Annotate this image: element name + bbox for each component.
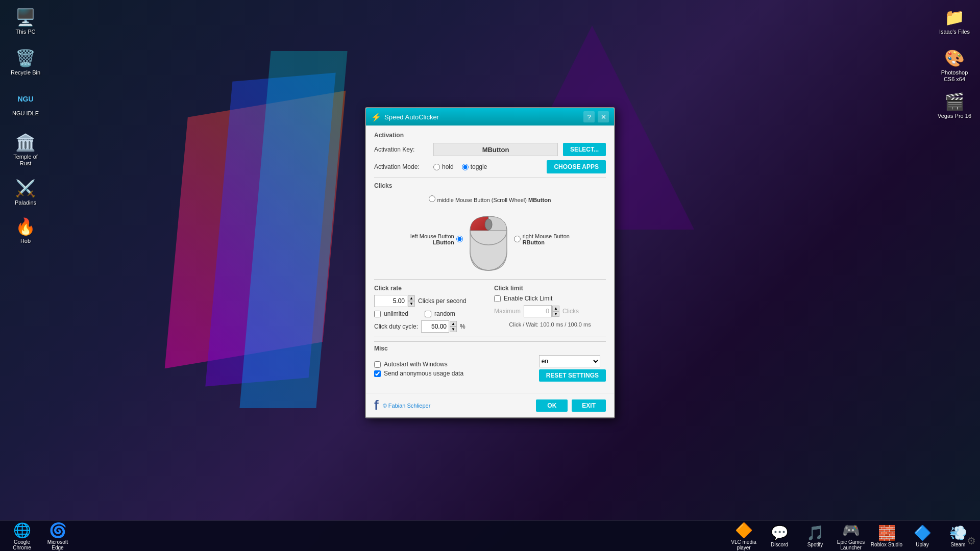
divider-2 xyxy=(374,279,606,280)
language-select[interactable]: en de fr xyxy=(539,355,600,367)
max-clicks-down[interactable]: ▼ xyxy=(552,311,559,317)
clicks-section: middle Mouse Button (Scroll Wheel) MButt… xyxy=(374,193,606,275)
max-label: Maximum xyxy=(494,308,521,315)
unlimited-checkbox[interactable] xyxy=(374,311,381,317)
right-mouse-label: right Mouse Button RButton xyxy=(523,233,570,245)
modal-controls: ? ✕ xyxy=(583,111,609,122)
duty-cycle-input[interactable] xyxy=(421,320,449,333)
activation-mode-row: Activation Mode: hold toggle CHOOSE APPS xyxy=(374,160,606,173)
misc-left: Autostart with Windows Send anonymous us… xyxy=(374,361,539,379)
rate-limit-section: Click rate ▲ ▼ Clicks per second xyxy=(374,285,606,333)
mode-hold-radio[interactable] xyxy=(433,164,440,170)
click-rate-section: Click rate ▲ ▼ Clicks per second xyxy=(374,285,486,333)
click-rate-title: Click rate xyxy=(374,285,486,292)
activation-section-title: Activation xyxy=(374,132,606,139)
misc-section: Misc Autostart with Windows Send anonymo… xyxy=(374,341,606,385)
duty-cycle-label: Click duty cycle: xyxy=(374,323,418,330)
clicks-label: Clicks xyxy=(562,308,579,315)
max-clicks-up[interactable]: ▲ xyxy=(552,306,559,311)
facebook-icon: f xyxy=(374,397,379,413)
left-mouse-label: left Mouse Button LButton xyxy=(410,233,454,245)
click-limit-title: Click limit xyxy=(494,285,606,292)
activation-key-value: MButton xyxy=(482,146,509,154)
activation-mode-label: Activation Mode: xyxy=(374,163,430,170)
desktop: 🖥️ This PC 🗑️ Recycle Bin NGU NGU IDLE 🏛… xyxy=(0,0,980,551)
ok-button[interactable]: OK xyxy=(536,399,568,412)
duty-cycle-down[interactable]: ▼ xyxy=(450,327,457,332)
click-rate-spinner: ▲ ▼ xyxy=(374,295,415,307)
duty-cycle-up[interactable]: ▲ xyxy=(450,321,457,327)
select-button[interactable]: SELECT... xyxy=(563,143,606,156)
duty-cycle-spinner-btns: ▲ ▼ xyxy=(450,321,457,332)
click-rate-up[interactable]: ▲ xyxy=(408,295,415,301)
svg-point-3 xyxy=(485,219,492,230)
enable-click-limit-row: Enable Click Limit xyxy=(494,295,606,302)
click-rate-down[interactable]: ▼ xyxy=(408,301,415,307)
mode-toggle-option[interactable]: toggle xyxy=(462,163,487,170)
anonymous-row: Send anonymous usage data xyxy=(374,370,539,377)
right-mouse-option: right Mouse Button RButton xyxy=(514,233,570,245)
footer-buttons: OK EXIT xyxy=(536,399,606,412)
activation-key-field: MButton xyxy=(433,143,558,156)
misc-title: Misc xyxy=(374,345,606,352)
footer-link[interactable]: © Fabian Schlieper xyxy=(383,403,431,409)
per-second-label: Clicks per second xyxy=(418,297,467,305)
click-rate-input[interactable] xyxy=(374,295,407,307)
right-mouse-radio[interactable] xyxy=(514,236,521,242)
middle-mouse-radio[interactable] xyxy=(429,195,435,202)
click-rate-row: ▲ ▼ Clicks per second xyxy=(374,295,486,307)
click-rate-spinner-btns: ▲ ▼ xyxy=(408,295,415,307)
duty-cycle-spinner: ▲ ▼ xyxy=(421,320,457,333)
click-limit-section: Click limit Enable Click Limit Maximum ▲ xyxy=(494,285,606,333)
activation-mode-group: hold toggle xyxy=(433,163,487,170)
max-clicks-input[interactable] xyxy=(524,305,552,317)
autostart-label: Autostart with Windows xyxy=(384,361,448,368)
duty-cycle-row: Click duty cycle: ▲ ▼ % xyxy=(374,320,486,333)
click-wait-text: Click / Wait: 100.0 ms / 100.0 ms xyxy=(494,321,606,328)
modal-title-left: ⚡ Speed AutoClicker xyxy=(371,112,439,122)
max-clicks-spinner: ▲ ▼ xyxy=(524,305,559,317)
left-mouse-option: left Mouse Button LButton xyxy=(410,233,463,245)
misc-right: en de fr RESET SETTINGS xyxy=(539,355,606,385)
left-mouse-radio[interactable] xyxy=(456,236,463,242)
anonymous-checkbox[interactable] xyxy=(374,370,381,377)
autostart-checkbox[interactable] xyxy=(374,361,381,368)
unlimited-label: unlimited xyxy=(384,310,408,317)
activation-key-row: Activation Key: MButton SELECT... xyxy=(374,143,606,156)
activation-key-label: Activation Key: xyxy=(374,146,430,153)
mouse-diagram-row: left Mouse Button LButton xyxy=(374,205,606,273)
help-button[interactable]: ? xyxy=(583,111,595,122)
speed-autoclicker-window: ⚡ Speed AutoClicker ? ✕ Activation Activ… xyxy=(365,107,615,418)
modal-title-text: Speed AutoClicker xyxy=(384,113,439,121)
duty-cycle-unit: % xyxy=(460,323,465,330)
divider-3 xyxy=(374,337,606,337)
app-icon: ⚡ xyxy=(371,112,381,122)
modal-footer: f © Fabian Schlieper OK EXIT xyxy=(366,393,614,417)
random-checkbox[interactable] xyxy=(425,311,431,317)
max-clicks-row: Maximum ▲ ▼ Clicks xyxy=(494,305,606,317)
choose-apps-button[interactable]: CHOOSE APPS xyxy=(547,160,606,173)
modal-titlebar: ⚡ Speed AutoClicker ? ✕ xyxy=(366,108,614,126)
unlimited-row: unlimited random xyxy=(374,310,486,317)
clicks-section-title: Clicks xyxy=(374,182,606,189)
middle-mouse-sub: MButton xyxy=(528,197,551,203)
mode-hold-option[interactable]: hold xyxy=(433,163,454,170)
modal-body: Activation Activation Key: MButton SELEC… xyxy=(366,126,614,393)
mouse-body-container xyxy=(468,205,509,273)
random-label: random xyxy=(434,310,455,317)
middle-mouse-label: middle Mouse Button (Scroll Wheel) MButt… xyxy=(429,195,551,203)
max-clicks-spinner-btns: ▲ ▼ xyxy=(552,306,559,317)
enable-click-limit-checkbox[interactable] xyxy=(494,295,501,302)
mode-hold-label: hold xyxy=(442,163,454,170)
autostart-row: Autostart with Windows xyxy=(374,361,539,368)
mode-toggle-radio[interactable] xyxy=(462,164,469,170)
settings-gear-icon[interactable]: ⚙ xyxy=(967,535,976,547)
divider-1 xyxy=(374,178,606,178)
reset-settings-button[interactable]: RESET SETTINGS xyxy=(539,369,606,382)
mode-toggle-label: toggle xyxy=(471,163,487,170)
exit-button[interactable]: EXIT xyxy=(572,399,606,412)
footer-left: f © Fabian Schlieper xyxy=(374,397,430,413)
middle-mouse-text: middle Mouse Button (Scroll Wheel) xyxy=(437,197,526,203)
misc-row: Autostart with Windows Send anonymous us… xyxy=(374,355,606,385)
close-button[interactable]: ✕ xyxy=(598,111,609,122)
